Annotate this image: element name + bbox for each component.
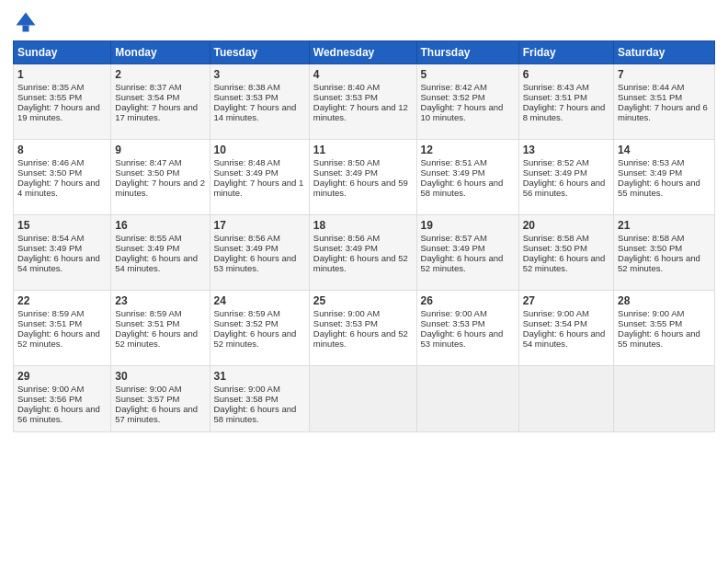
sunset-text: Sunset: 3:50 PM <box>523 243 609 253</box>
day-number: 15 <box>17 219 107 232</box>
sunrise-text: Sunrise: 8:40 AM <box>313 82 413 92</box>
logo <box>13 9 42 35</box>
sunset-text: Sunset: 3:49 PM <box>17 243 107 253</box>
sunrise-text: Sunrise: 8:38 AM <box>214 82 305 92</box>
calendar-cell: 18Sunrise: 8:56 AMSunset: 3:49 PMDayligh… <box>309 215 416 291</box>
sunrise-text: Sunrise: 8:59 AM <box>214 308 305 318</box>
daylight-text: Daylight: 7 hours and 10 minutes. <box>421 102 515 122</box>
day-number: 23 <box>115 294 205 307</box>
header <box>13 9 715 35</box>
calendar-cell <box>614 366 715 432</box>
sunset-text: Sunset: 3:49 PM <box>313 243 413 253</box>
calendar-cell: 8Sunrise: 8:46 AMSunset: 3:50 PMDaylight… <box>14 140 111 215</box>
calendar-cell: 29Sunrise: 9:00 AMSunset: 3:56 PMDayligh… <box>14 366 111 432</box>
day-number: 7 <box>618 68 711 81</box>
sunset-text: Sunset: 3:51 PM <box>618 92 711 102</box>
calendar-cell: 4Sunrise: 8:40 AMSunset: 3:53 PMDaylight… <box>309 64 416 140</box>
calendar-cell: 28Sunrise: 9:00 AMSunset: 3:55 PMDayligh… <box>614 291 715 366</box>
day-number: 21 <box>618 219 711 232</box>
sunrise-text: Sunrise: 9:00 AM <box>421 308 515 318</box>
daylight-text: Daylight: 7 hours and 17 minutes. <box>115 102 205 122</box>
sunrise-text: Sunrise: 9:00 AM <box>17 384 107 394</box>
sunset-text: Sunset: 3:58 PM <box>214 394 305 404</box>
calendar-cell: 20Sunrise: 8:58 AMSunset: 3:50 PMDayligh… <box>518 215 613 291</box>
daylight-text: Daylight: 6 hours and 52 minutes. <box>618 253 711 273</box>
calendar-cell: 21Sunrise: 8:58 AMSunset: 3:50 PMDayligh… <box>614 215 715 291</box>
sunset-text: Sunset: 3:49 PM <box>523 167 609 178</box>
calendar-cell: 23Sunrise: 8:59 AMSunset: 3:51 PMDayligh… <box>111 291 210 366</box>
day-number: 18 <box>313 219 413 232</box>
day-number: 25 <box>313 294 413 307</box>
calendar-cell: 27Sunrise: 9:00 AMSunset: 3:54 PMDayligh… <box>518 291 613 366</box>
daylight-text: Daylight: 6 hours and 53 minutes. <box>214 253 305 273</box>
header-cell-wednesday: Wednesday <box>309 41 416 64</box>
sunset-text: Sunset: 3:53 PM <box>421 318 515 328</box>
sunrise-text: Sunrise: 8:46 AM <box>17 157 107 167</box>
sunset-text: Sunset: 3:56 PM <box>17 394 107 404</box>
calendar-cell: 3Sunrise: 8:38 AMSunset: 3:53 PMDaylight… <box>210 64 309 140</box>
sunrise-text: Sunrise: 9:00 AM <box>523 308 609 318</box>
sunrise-text: Sunrise: 8:59 AM <box>17 308 107 318</box>
sunset-text: Sunset: 3:50 PM <box>618 243 711 253</box>
daylight-text: Daylight: 6 hours and 55 minutes. <box>618 178 711 198</box>
day-number: 13 <box>523 144 609 156</box>
day-number: 20 <box>523 219 609 232</box>
daylight-text: Daylight: 6 hours and 52 minutes. <box>313 253 413 273</box>
daylight-text: Daylight: 7 hours and 14 minutes. <box>214 102 305 122</box>
calendar-cell: 14Sunrise: 8:53 AMSunset: 3:49 PMDayligh… <box>614 140 715 215</box>
sunrise-text: Sunrise: 8:51 AM <box>421 157 515 167</box>
sunrise-text: Sunrise: 8:55 AM <box>115 233 205 243</box>
sunset-text: Sunset: 3:55 PM <box>618 318 711 328</box>
header-row: SundayMondayTuesdayWednesdayThursdayFrid… <box>14 41 715 64</box>
day-number: 29 <box>17 370 107 383</box>
calendar-cell: 5Sunrise: 8:42 AMSunset: 3:52 PMDaylight… <box>416 64 518 140</box>
sunrise-text: Sunrise: 8:50 AM <box>313 157 413 167</box>
daylight-text: Daylight: 6 hours and 54 minutes. <box>17 253 107 273</box>
header-cell-thursday: Thursday <box>416 41 518 64</box>
calendar-cell: 24Sunrise: 8:59 AMSunset: 3:52 PMDayligh… <box>210 291 309 366</box>
calendar-cell: 22Sunrise: 8:59 AMSunset: 3:51 PMDayligh… <box>14 291 111 366</box>
day-number: 9 <box>115 144 205 156</box>
sunrise-text: Sunrise: 8:54 AM <box>17 233 107 243</box>
sunrise-text: Sunrise: 9:00 AM <box>313 308 413 318</box>
daylight-text: Daylight: 7 hours and 1 minute. <box>214 178 305 198</box>
page-container: SundayMondayTuesdayWednesdayThursdayFrid… <box>0 0 728 440</box>
sunset-text: Sunset: 3:50 PM <box>115 167 205 178</box>
calendar-cell: 19Sunrise: 8:57 AMSunset: 3:49 PMDayligh… <box>416 215 518 291</box>
sunrise-text: Sunrise: 8:52 AM <box>523 157 609 167</box>
day-number: 27 <box>523 294 609 307</box>
daylight-text: Daylight: 6 hours and 52 minutes. <box>313 328 413 349</box>
day-number: 1 <box>17 68 107 81</box>
daylight-text: Daylight: 6 hours and 57 minutes. <box>115 404 205 424</box>
logo-icon <box>13 9 39 35</box>
sunrise-text: Sunrise: 8:56 AM <box>313 233 413 243</box>
calendar-cell: 6Sunrise: 8:43 AMSunset: 3:51 PMDaylight… <box>518 64 613 140</box>
daylight-text: Daylight: 6 hours and 52 minutes. <box>523 253 609 273</box>
daylight-text: Daylight: 7 hours and 6 minutes. <box>618 102 711 122</box>
sunset-text: Sunset: 3:49 PM <box>214 243 305 253</box>
daylight-text: Daylight: 7 hours and 12 minutes. <box>313 102 413 122</box>
daylight-text: Daylight: 6 hours and 52 minutes. <box>214 328 305 349</box>
calendar-cell: 31Sunrise: 9:00 AMSunset: 3:58 PMDayligh… <box>210 366 309 432</box>
sunrise-text: Sunrise: 9:00 AM <box>214 384 305 394</box>
day-number: 8 <box>17 144 107 156</box>
daylight-text: Daylight: 6 hours and 53 minutes. <box>421 328 515 349</box>
day-number: 5 <box>421 68 515 81</box>
week-row-2: 8Sunrise: 8:46 AMSunset: 3:50 PMDaylight… <box>14 140 715 215</box>
day-number: 31 <box>214 370 305 383</box>
sunset-text: Sunset: 3:53 PM <box>214 92 305 102</box>
daylight-text: Daylight: 6 hours and 52 minutes. <box>17 328 107 349</box>
week-row-4: 22Sunrise: 8:59 AMSunset: 3:51 PMDayligh… <box>14 291 715 366</box>
day-number: 26 <box>421 294 515 307</box>
header-cell-tuesday: Tuesday <box>210 41 309 64</box>
day-number: 30 <box>115 370 205 383</box>
calendar-cell: 17Sunrise: 8:56 AMSunset: 3:49 PMDayligh… <box>210 215 309 291</box>
daylight-text: Daylight: 7 hours and 19 minutes. <box>17 102 107 122</box>
sunset-text: Sunset: 3:51 PM <box>115 318 205 328</box>
sunset-text: Sunset: 3:57 PM <box>115 394 205 404</box>
svg-rect-1 <box>23 26 29 32</box>
header-cell-sunday: Sunday <box>14 41 111 64</box>
day-number: 16 <box>115 219 205 232</box>
calendar-cell: 15Sunrise: 8:54 AMSunset: 3:49 PMDayligh… <box>14 215 111 291</box>
calendar-cell: 9Sunrise: 8:47 AMSunset: 3:50 PMDaylight… <box>111 140 210 215</box>
